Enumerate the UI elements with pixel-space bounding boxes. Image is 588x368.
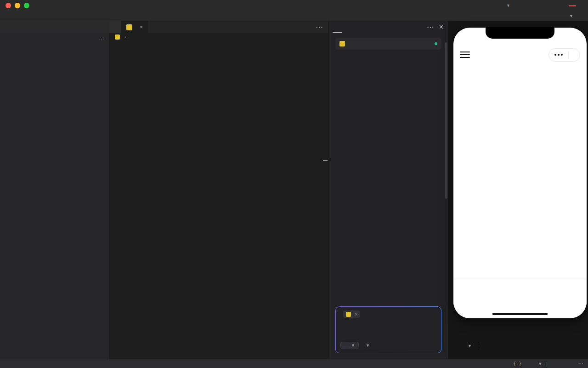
php-logo [569,5,576,6]
explorer-more-actions[interactable]: ⋯ [99,37,105,43]
phone-simulator [453,28,587,318]
tab-dependency-analysis[interactable] [109,21,122,33]
more-dots-icon[interactable] [554,54,563,56]
js-file-icon [346,312,351,317]
chevron-down-icon: ▼ [506,3,510,8]
titlebar-row2: ▼ [0,11,588,21]
ai-assistant-logo-icon[interactable] [334,22,343,33]
code-editor[interactable]: › [109,33,328,359]
mode-craft-select[interactable]: ▼ [340,342,359,349]
model-select[interactable]: ▼ [363,343,370,348]
js-file-icon [115,34,120,40]
js-file-icon [339,41,345,46]
explorer-sidebar: ⋯ [0,33,109,359]
chevron-down-icon: ▼ [538,362,542,366]
js-file-icon [126,24,132,30]
close-window-button[interactable] [6,3,11,8]
remove-chip-icon[interactable]: × [355,311,357,317]
mode-select[interactable]: ▼ [504,3,510,8]
close-tab-icon[interactable]: × [140,24,143,30]
ai-input-box: × ▼ ▼ [335,306,441,353]
tab-app-js[interactable]: × [122,21,148,33]
language-mode[interactable]: { } [513,361,523,366]
statusbar-more-icon[interactable]: ⋯ [578,361,583,367]
zoom-window-button[interactable] [24,3,29,8]
chevron-down-icon: ▼ [351,343,355,348]
editor-tabbar: × ⋯ [109,21,328,33]
status-dot [435,42,437,45]
wechat-devtools-window: ▼ ▼ [0,0,588,368]
ai-scrollbar[interactable] [445,42,447,199]
overview-ruler-mark [323,160,328,161]
activity-bar [0,21,109,33]
chevron-down-icon: ▼ [468,344,472,348]
status-bar: { } ▼| ⋯ [0,359,588,368]
simulator-toolbar: ▼ [465,343,502,349]
device-select[interactable]: ▼ [465,344,472,348]
ai-explanation-text [335,54,441,303]
close-ai-panel-icon[interactable]: × [439,23,443,31]
chevron-down-icon: ▼ [366,343,370,348]
editor-more-actions[interactable]: ⋯ [316,23,323,32]
phone-notch [486,28,554,39]
capsule-button[interactable] [548,48,580,62]
ai-panel-header: ⋯ × [328,21,448,33]
ai-context-card[interactable] [335,38,441,50]
phone-tabbar [453,279,587,307]
context-file-chip[interactable]: × [343,310,360,318]
window-controls [0,3,29,8]
simulator-panel: ▼ [448,21,588,359]
home-indicator[interactable] [492,313,548,315]
ai-more-actions[interactable]: ⋯ [427,23,434,32]
ai-assistant-panel: × ▼ ▼ [328,33,448,359]
page-path-select[interactable]: ▼ [567,14,573,18]
menu-hamburger-icon[interactable] [460,52,470,58]
chevron-down-icon: ▼ [569,14,573,18]
page-path-dropdown[interactable]: ▼| [536,361,554,367]
phone-navbar [453,45,587,64]
titlebar: ▼ [0,0,588,11]
breadcrumb: › [109,33,328,40]
minimize-window-button[interactable] [15,3,20,8]
